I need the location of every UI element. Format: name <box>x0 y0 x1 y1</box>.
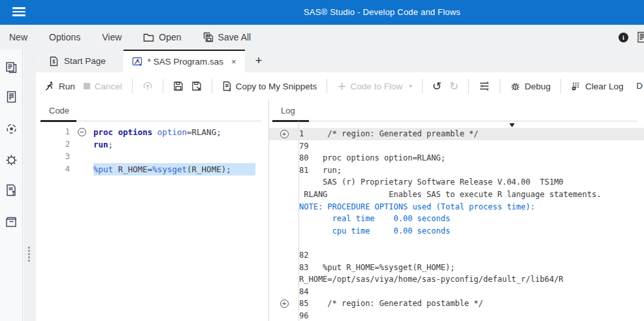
clear-log-button[interactable]: Clear Log <box>567 81 628 91</box>
line-number: 4 <box>36 163 70 176</box>
menubar: New Options View Open Save All i <box>0 25 644 50</box>
log-line: 84 <box>269 286 644 298</box>
log-pane-header: Log <box>269 100 644 121</box>
sas-studio-window: { "app": { "title": "SAS® Studio - Devel… <box>0 0 644 321</box>
log-line: RLANG Enables SAS to execute R language … <box>269 189 644 201</box>
undo-icon: ↺ <box>432 81 442 92</box>
line-number: 2 <box>36 138 70 151</box>
debug-button[interactable]: Debug <box>506 81 555 91</box>
menu-new[interactable]: New <box>9 32 27 42</box>
menu-view[interactable]: View <box>102 32 121 42</box>
app-header: SAS® Studio - Develop Code and Flows <box>0 0 644 25</box>
log-line-text: NOTE: PROCEDURE OPTIONS used (Total proc… <box>299 201 644 213</box>
expand-region-icon[interactable]: + <box>280 299 289 308</box>
save-button[interactable] <box>169 81 187 91</box>
program-files-icon[interactable] <box>5 61 18 74</box>
save-as-button[interactable] <box>187 81 206 91</box>
cancel-button[interactable]: Cancel <box>79 82 126 91</box>
code-line[interactable]: 3 <box>36 151 268 163</box>
left-icon-rail <box>0 50 23 321</box>
undo-button[interactable]: ↺ <box>428 81 445 92</box>
save-icon <box>173 81 184 91</box>
log-lines: +1 /* region: Generated preamble */7980 … <box>269 128 644 321</box>
log-line-text: 79 <box>299 140 644 153</box>
log-line-text: real time 0.00 seconds <box>299 213 644 225</box>
menu-options[interactable]: Options <box>49 32 80 42</box>
log-line: 80 proc options option=RLANG; <box>269 152 644 164</box>
sas-program-icon <box>132 57 142 67</box>
log-line: +85 /* region: Generated postamble */ <box>269 298 644 310</box>
clear-log-icon <box>571 81 581 91</box>
start-page-icon <box>49 56 59 67</box>
menu-save-all[interactable]: Save All <box>203 32 251 42</box>
log-line-text: SAS (r) Proprietary Software Release V.0… <box>299 176 644 189</box>
archive-box-icon[interactable] <box>5 215 18 229</box>
target-icon[interactable] <box>5 122 18 136</box>
caret-down-icon: ▾ <box>409 83 412 89</box>
snippets-icon[interactable] <box>5 183 18 197</box>
editor-toolbar: Run Cancel Copy to My Snippets + Code to… <box>36 72 644 100</box>
log-line: 83 %put R_HOME=%sysget(R_HOME); <box>269 262 644 274</box>
toolbar-overflow-label[interactable]: D <box>636 81 643 91</box>
copy-to-snippets-button[interactable]: Copy to My Snippets <box>218 81 321 91</box>
run-icon <box>44 81 55 91</box>
log-line: real time 0.00 seconds <box>269 213 644 225</box>
new-tab-button[interactable]: + <box>253 54 265 68</box>
log-line-text: 81 run; <box>299 164 644 177</box>
fold-toggle-icon[interactable]: − <box>78 128 86 136</box>
app-title: SAS® Studio - Develop Code and Flows <box>304 7 460 17</box>
line-number: 3 <box>36 151 70 163</box>
code-line[interactable]: 1−proc options option=RLANG; <box>36 126 268 138</box>
redo-button[interactable]: ↻ <box>445 81 462 92</box>
folder-icon <box>143 33 154 42</box>
code-line[interactable]: 2run; <box>36 138 268 151</box>
log-line <box>269 237 644 249</box>
log-line: 96 <box>269 310 644 321</box>
tab-close-icon[interactable]: × <box>231 57 236 67</box>
log-line: SAS (r) Proprietary Software Release V.0… <box>269 176 644 189</box>
bug-icon <box>510 81 521 91</box>
code-line-text[interactable]: %put R_HOME=%sysget(R_HOME); <box>93 163 255 176</box>
save-all-icon <box>203 32 214 42</box>
log-line-text: 1 /* region: Generated preamble */ <box>299 128 644 140</box>
nav-splitter[interactable] <box>24 50 36 321</box>
run-button[interactable]: Run <box>40 81 79 91</box>
log-line: cpu time 0.00 seconds <box>269 225 644 237</box>
server-log-icon[interactable] <box>637 31 644 43</box>
collapsed-region-marker-icon[interactable] <box>509 123 515 127</box>
list-document-icon[interactable] <box>5 90 18 104</box>
log-line: 82 <box>269 249 644 262</box>
log-pane-title[interactable]: Log <box>281 106 295 115</box>
drag-handle-icon[interactable] <box>28 247 30 262</box>
code-editor-lines: 1−proc options option=RLANG;2run;34%put … <box>36 126 268 176</box>
save-as-icon <box>191 81 202 91</box>
log-line-text: RLANG Enables SAS to execute R language … <box>299 189 644 201</box>
code-pane-title[interactable]: Code <box>49 106 69 115</box>
submit-history-button[interactable] <box>138 81 157 91</box>
circle-up-arrow-icon <box>142 81 153 91</box>
log-line-text: 80 proc options option=RLANG; <box>299 152 644 164</box>
code-pane-header: Code <box>36 100 268 121</box>
code-line[interactable]: 4%put R_HOME=%sysget(R_HOME); <box>36 163 268 176</box>
tab-start-page[interactable]: Start Page <box>39 50 116 72</box>
log-line-text: 85 /* region: Generated postamble */ <box>299 298 644 310</box>
info-icon[interactable]: i <box>619 33 628 42</box>
format-code-button[interactable] <box>475 81 494 91</box>
redo-icon: ↻ <box>449 81 459 92</box>
format-code-icon <box>479 81 490 91</box>
snippet-page-icon <box>222 81 232 91</box>
menu-open[interactable]: Open <box>143 32 181 42</box>
code-line-text[interactable]: proc options option=RLANG; <box>93 126 255 138</box>
code-line-text[interactable] <box>93 151 255 163</box>
code-editor[interactable]: 1−proc options option=RLANG;2run;34%put … <box>36 121 268 176</box>
expand-region-icon[interactable]: + <box>280 130 289 138</box>
gear-icon[interactable] <box>5 153 18 167</box>
hamburger-menu-icon[interactable] <box>12 7 25 18</box>
code-line-text[interactable]: run; <box>93 138 255 151</box>
log-line-text: 83 %put R_HOME=%sysget(R_HOME); <box>299 262 644 274</box>
document-tabbar: Start Page * SAS Program.sas × + <box>36 50 644 72</box>
code-to-flow-button[interactable]: + Code to Flow ▾ <box>333 81 415 92</box>
log-line: +1 /* region: Generated preamble */ <box>269 128 644 140</box>
tab-sas-program[interactable]: * SAS Program.sas × <box>123 50 245 72</box>
log-pane: Log +1 /* region: Generated preamble */7… <box>268 100 644 321</box>
